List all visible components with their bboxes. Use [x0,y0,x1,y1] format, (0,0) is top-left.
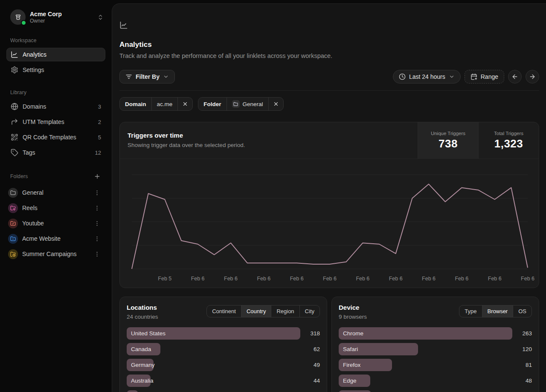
triggers-line-chart: Feb 5Feb 6Feb 6Feb 6Feb 6Feb 6Feb 6Feb 6… [120,159,539,288]
page-title: Analytics [119,40,539,49]
bar-value: 48 [516,378,532,384]
folder-item-summer-campaigns[interactable]: Summer Campaigns [6,246,105,262]
tab-continent[interactable]: Continent [207,306,241,317]
svg-text:Feb 6: Feb 6 [257,276,270,282]
bar-label: Australia [131,375,154,387]
unique-triggers-stat[interactable]: Unique Triggers 738 [418,122,478,159]
chip-key[interactable]: Domain [120,98,151,110]
card-title: Locations [127,304,158,311]
bar-row[interactable]: Edge48 [339,375,532,387]
chip-value[interactable]: ac.me [151,98,178,110]
workspace-role: Owner [30,18,93,24]
folder-menu-button[interactable] [93,235,101,243]
bar-track: Vivaldi [339,390,512,392]
next-period-button[interactable] [526,70,539,84]
device-card: Device 9 browsers TypeBrowserOS Chrome26… [331,297,539,392]
bar-row[interactable]: Australia44 [127,375,320,387]
bar-row[interactable]: Vivaldi49 [339,390,532,392]
sidebar-item-settings[interactable]: Settings [6,63,105,77]
bar-row[interactable]: Germany49 [127,359,320,371]
svg-text:Feb 6: Feb 6 [389,276,403,282]
bar-track: United States [127,327,300,340]
sidebar-item-domains[interactable]: Domains 3 [6,100,105,113]
folder-item-acme-website[interactable]: Acme Website [6,231,105,246]
tab-city[interactable]: City [299,306,319,317]
folder-item-youtube[interactable]: Youtube [6,216,105,231]
folder-menu-button[interactable] [93,250,101,258]
bar-label: Germany [131,359,155,371]
workspace-name: Acme Corp [30,10,93,18]
svg-text:Feb 6: Feb 6 [422,276,436,282]
bar-track: Firefox [339,359,512,371]
filter-chip-domain: Domain ac.me [119,97,193,111]
tab-type[interactable]: Type [459,306,482,317]
chevron-down-icon [449,74,455,80]
card-subtitle: Showing trigger data over the selected p… [128,142,410,148]
svg-text:Feb 6: Feb 6 [488,276,502,282]
time-range-value: Last 24 hours [409,73,445,80]
svg-text:Feb 6: Feb 6 [224,276,238,282]
folder-label: Reels [22,205,89,211]
folder-menu-button[interactable] [93,204,101,212]
remove-domain-filter-button[interactable] [177,98,192,110]
bar-track: Germany [127,359,300,371]
folder-item-reels[interactable]: Reels [6,200,105,216]
sidebar-item-label: Domains [23,103,94,110]
previous-period-button[interactable] [508,70,522,84]
folder-heart-icon [8,203,18,213]
folders-section: Folders General Reels Youtube [6,172,105,262]
sidebar-item-analytics[interactable]: Analytics [6,48,105,61]
bar-row[interactable]: United States318 [127,327,320,340]
chip-value[interactable]: General [227,98,268,110]
qr-code-icon [11,133,18,141]
filter-by-button[interactable]: Filter By [119,70,175,84]
workspace-avatar [10,9,26,25]
folder-menu-button[interactable] [93,219,101,228]
bar-row[interactable]: Chrome263 [339,327,532,340]
triggers-over-time-card: Triggers over time Showing trigger data … [119,122,539,288]
bar-row[interactable]: Canada62 [127,343,320,355]
chart-line-icon [11,51,18,58]
bar-row[interactable]: Firefox81 [339,359,532,371]
folder-item-general[interactable]: General [6,185,105,200]
globe-icon [11,103,18,110]
item-count: 5 [98,134,101,141]
arrow-right-icon [529,73,536,80]
tab-os[interactable]: OS [513,306,531,317]
section-label-folders: Folders [10,173,28,179]
library-section: Library Domains 3 UTM Templates 2 QR Cod… [6,89,105,159]
bar-value: 318 [304,330,320,337]
tab-browser[interactable]: Browser [482,306,513,317]
item-count: 3 [98,104,101,110]
item-count: 12 [95,150,101,156]
bar-value: 263 [516,330,532,337]
time-range-dropdown[interactable]: Last 24 hours [393,70,461,84]
tab-region[interactable]: Region [271,306,299,317]
main-panel: Analytics Track and analyze the performa… [112,3,546,392]
add-folder-button[interactable] [93,172,102,181]
bar-value: 120 [516,346,532,352]
calendar-plus-icon [470,73,477,80]
folder-clock-icon [8,249,18,259]
workspace-switcher[interactable]: Acme Corp Owner [6,9,105,25]
bar-row[interactable]: Netherlands21 [127,390,320,392]
range-button[interactable]: Range [465,70,504,84]
folder-menu-button[interactable] [93,189,101,197]
total-triggers-stat[interactable]: Total Triggers 1,323 [478,122,539,159]
bar-label: Canada [131,343,151,355]
remove-folder-filter-button[interactable] [268,98,283,110]
sidebar-item-qr-code-templates[interactable]: QR Code Templates 5 [6,130,105,144]
stat-value: 1,323 [494,137,523,150]
tab-country[interactable]: Country [241,306,271,317]
stat-value: 738 [439,137,458,150]
archive-box-icon [15,14,22,21]
locations-card: Locations 24 countries ContinentCountryR… [119,297,327,392]
chip-key[interactable]: Folder [198,98,226,110]
bar-row[interactable]: Safari120 [339,343,532,355]
bar-label: Chrome [343,327,363,340]
sidebar-item-label: Tags [23,149,91,156]
sidebar-item-utm-templates[interactable]: UTM Templates 2 [6,115,105,129]
item-count: 2 [98,119,101,125]
sidebar-item-tags[interactable]: Tags 12 [6,146,105,159]
active-filters: Domain ac.me Folder General [119,97,539,111]
